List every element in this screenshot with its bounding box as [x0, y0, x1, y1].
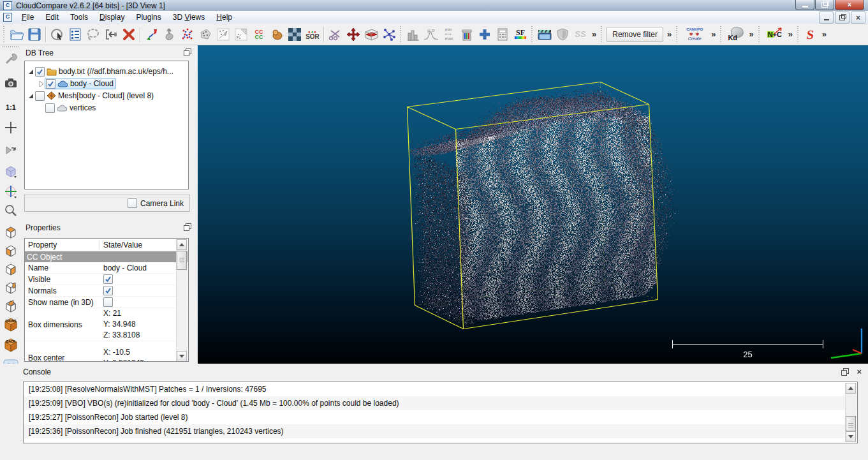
- toolbar-drag-handle[interactable]: [3, 46, 19, 48]
- properties-scrollbar[interactable]: [176, 239, 188, 362]
- scroll-up-button[interactable]: [846, 383, 856, 394]
- console-scrollbar[interactable]: [845, 383, 857, 442]
- add-constant-sf-button[interactable]: [476, 26, 494, 43]
- view-front-button[interactable]: [3, 243, 18, 258]
- toolbar-drag-handle[interactable]: [758, 26, 761, 43]
- column-state-value[interactable]: State/Value: [100, 241, 142, 249]
- tree-row-mesh[interactable]: Mesh[body - Cloud] (level 8): [25, 90, 188, 101]
- delete-sf-button[interactable]: [458, 26, 476, 43]
- menu-tools[interactable]: Tools: [64, 11, 94, 23]
- fine-registration-button[interactable]: [161, 26, 179, 43]
- zoom-1-1-button[interactable]: 1:1: [3, 100, 18, 115]
- toolbar-drag-handle[interactable]: [720, 26, 723, 43]
- save-button[interactable]: [26, 26, 43, 43]
- toolbar-drag-handle[interactable]: [3, 26, 6, 43]
- noise-filter-button[interactable]: [214, 26, 232, 43]
- menu-display[interactable]: Display: [94, 11, 130, 23]
- expander-expanded-icon[interactable]: [27, 69, 34, 75]
- toolbar-drag-handle[interactable]: [601, 26, 603, 43]
- column-property[interactable]: Property: [25, 241, 100, 249]
- tree-row-body-txt[interactable]: body.txt (//adf.bham.ac.uk/eps/h...: [25, 66, 188, 77]
- chessboard-button[interactable]: [286, 26, 304, 43]
- tools-button[interactable]: [3, 51, 18, 66]
- clipping-box-button[interactable]: [362, 26, 380, 43]
- mdi-close-button[interactable]: ×: [851, 11, 865, 24]
- remove-filter-button[interactable]: Remove filter: [607, 27, 663, 42]
- expander-expanded-icon[interactable]: [27, 93, 34, 99]
- view-right-button[interactable]: [3, 280, 18, 295]
- toolbar-drag-handle[interactable]: [797, 26, 800, 43]
- toolbar-overflow-chevron[interactable]: »: [786, 29, 795, 39]
- scroll-thumb[interactable]: [177, 251, 187, 270]
- selected-tree-item[interactable]: body - Cloud: [45, 78, 116, 89]
- toolbar-drag-handle[interactable]: [676, 26, 679, 43]
- normals-checkbox[interactable]: [103, 286, 113, 295]
- view-iso-front-button[interactable]: FRONT: [3, 317, 18, 332]
- sf-arithmetic-button[interactable]: [494, 26, 511, 43]
- view-iso-back-button[interactable]: BACK: [3, 338, 18, 353]
- connected-components-button[interactable]: [380, 26, 398, 43]
- expander-collapsed-icon[interactable]: [38, 80, 45, 87]
- toolbar-overflow-chevron[interactable]: »: [820, 29, 829, 39]
- smooth-button[interactable]: [232, 26, 250, 43]
- float-panel-icon[interactable]: [184, 48, 191, 56]
- sor-filter-button[interactable]: ●●●SOR: [304, 26, 321, 43]
- show-name-checkbox[interactable]: [103, 297, 113, 307]
- visibility-checkbox[interactable]: [35, 91, 45, 101]
- normals-curvature-button[interactable]: N+C: [763, 26, 786, 43]
- 3d-view[interactable]: 25: [198, 45, 868, 364]
- primitive-factory-button[interactable]: [268, 26, 286, 43]
- view-left-button[interactable]: [3, 262, 18, 277]
- mesh-sampling-button[interactable]: [196, 26, 214, 43]
- camera-settings-button[interactable]: [3, 184, 18, 199]
- pivot-button[interactable]: [3, 120, 18, 135]
- menu-edit[interactable]: Edit: [40, 11, 64, 23]
- scroll-down-button[interactable]: [177, 351, 187, 362]
- float-panel-icon[interactable]: [841, 368, 849, 376]
- zoom-button[interactable]: [3, 203, 18, 218]
- open-file-button[interactable]: [8, 26, 26, 43]
- pick-rotation-center-button[interactable]: [48, 26, 66, 43]
- toolbar-overflow-chevron[interactable]: »: [589, 29, 599, 39]
- subsample-button[interactable]: [179, 26, 196, 43]
- ss-plugin-button[interactable]: SS: [571, 26, 589, 43]
- tree-row-vertices[interactable]: vertices: [25, 102, 188, 114]
- float-panel-icon[interactable]: [184, 223, 191, 231]
- mdi-restore-button[interactable]: [835, 11, 850, 24]
- gaussian-filter-button[interactable]: μ,σ: [422, 26, 440, 43]
- animation-plugin-button[interactable]: [536, 26, 554, 43]
- apply-transformation-button[interactable]: [102, 26, 120, 43]
- visibility-checkbox[interactable]: [46, 79, 55, 89]
- histogram-button[interactable]: [404, 26, 422, 43]
- shield-plugin-button[interactable]: [554, 26, 571, 43]
- cross-section-button[interactable]: [327, 26, 344, 43]
- canupo-create-button[interactable]: CANUPO✱ ✱Create: [680, 26, 709, 43]
- translate-mode-button[interactable]: [344, 26, 362, 43]
- restore-button[interactable]: [815, 0, 834, 10]
- toolbar-drag-handle[interactable]: [531, 26, 534, 43]
- scroll-down-button[interactable]: [846, 431, 856, 442]
- scroll-thumb[interactable]: [846, 416, 856, 431]
- kd-tree-button[interactable]: Kd: [725, 26, 746, 43]
- delete-button[interactable]: [120, 26, 138, 43]
- toolbar-overflow-chevron[interactable]: »: [709, 29, 718, 39]
- menu-help[interactable]: Help: [210, 11, 238, 23]
- menu-3d-views[interactable]: 3D Views: [167, 11, 211, 23]
- sf-gradient-button[interactable]: SF: [511, 26, 529, 43]
- screenshot-button[interactable]: [3, 75, 18, 91]
- minimize-button[interactable]: [795, 0, 814, 10]
- perspective-button[interactable]: [3, 163, 18, 179]
- rotate-view-button[interactable]: [3, 142, 18, 158]
- toolbar-drag-handle[interactable]: [400, 26, 402, 43]
- menu-file[interactable]: File: [16, 11, 40, 23]
- tree-row-body-cloud[interactable]: body - Cloud: [25, 78, 188, 89]
- scroll-up-button[interactable]: [177, 239, 187, 250]
- spline-plugin-button[interactable]: S: [802, 26, 820, 43]
- segment-lasso-button[interactable]: [84, 26, 102, 43]
- close-console-icon[interactable]: ×: [857, 367, 862, 376]
- menu-plugins[interactable]: Plugins: [130, 11, 166, 23]
- toolbar-overflow-chevron[interactable]: »: [746, 29, 756, 39]
- register-button[interactable]: [143, 26, 161, 43]
- sf-minmax-button[interactable]: min⟷max: [440, 26, 458, 43]
- visibility-checkbox[interactable]: [45, 103, 55, 113]
